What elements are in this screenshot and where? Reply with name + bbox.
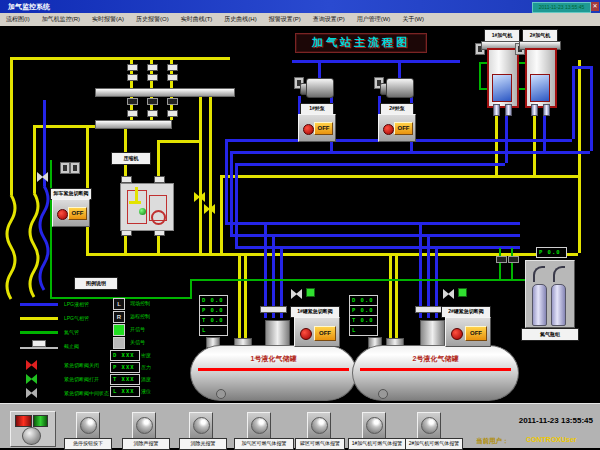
pump-motor — [306, 78, 334, 98]
pipe — [190, 279, 528, 281]
nitrogen-pressure: P 0.0 — [536, 247, 567, 258]
compressor-art — [135, 187, 138, 201]
legend-label: 现场控制 — [130, 300, 150, 306]
legend-local-icon: L — [113, 298, 125, 310]
dispenser-hose-stub — [531, 104, 538, 116]
legend-temperature-box: T XXX — [110, 374, 140, 385]
menu-item-history-alarm[interactable]: 历史报警(O) — [130, 15, 175, 24]
alarm-button-panel: 急停按钮按下 消除声报警 消除光报警 加气区可燃气体报警 罐区可燃气体报警 1#… — [0, 403, 600, 448]
pipe — [264, 222, 267, 318]
valve-icon — [147, 98, 158, 105]
scada-window: 加气监控系统 2011-11-23 13:55:45 ✕ 流程图(I) 加气机监… — [0, 0, 600, 450]
tank2-valve-off-button[interactable]: OFF — [465, 326, 487, 341]
legend-line-liquid — [20, 303, 58, 306]
menu-item-realtime-alarm[interactable]: 实时报警(A) — [86, 15, 130, 24]
flange-icon — [121, 176, 132, 183]
pump2-off-button[interactable]: OFF — [394, 122, 413, 135]
tank1-label: 1号液化气储罐 — [191, 354, 356, 364]
legend-label: 液位 — [141, 388, 151, 394]
unloading-manifold — [95, 120, 172, 129]
pipe — [225, 222, 520, 225]
valve-icon — [37, 172, 48, 182]
legend-level-box: L XXX — [110, 386, 140, 397]
legend-label: 紧急切断阀中间状态 — [64, 390, 109, 396]
valve-icon — [167, 74, 178, 81]
nitrogen-label: 氮气瓶组 — [521, 328, 579, 341]
pump-status-light — [303, 124, 314, 135]
button-knob — [421, 417, 438, 434]
pipe — [479, 62, 487, 64]
legend-valve-closed-icon — [26, 360, 37, 370]
pipe — [479, 88, 487, 90]
dispenser-hose-stub — [505, 104, 512, 116]
alarm-button-label: 罐区可燃气体报警 — [295, 438, 345, 450]
valve-icon — [147, 74, 158, 81]
dispenser-hose-stub — [493, 104, 500, 116]
pipe — [235, 246, 520, 249]
tank2-label: 2号液化气储罐 — [353, 354, 518, 364]
legend-label: 密度 — [141, 352, 151, 358]
pipe — [190, 279, 192, 299]
legend-pressure-box: P XXX — [110, 362, 140, 373]
pump1-off-button[interactable]: OFF — [314, 122, 333, 135]
alarm-button-mute-sound[interactable] — [132, 412, 156, 440]
pipe — [157, 140, 202, 143]
tank-level-line — [198, 368, 349, 371]
valve-status-light — [300, 328, 312, 340]
legend-label: 截止阀 — [64, 343, 79, 349]
pipe — [398, 60, 401, 78]
menu-item-user-management[interactable]: 用户管理(W) — [351, 15, 397, 24]
alarm-button-filling-area-gas[interactable] — [247, 412, 271, 440]
unloading-valve-off-button[interactable]: OFF — [68, 207, 87, 220]
menu-item-alarm-settings[interactable]: 报警设置(P) — [263, 15, 307, 24]
menu-item-history-trend[interactable]: 历史曲线(H) — [218, 15, 262, 24]
master-control-panel — [10, 411, 56, 447]
title-bar: 加气监控系统 2011-11-23 13:55:45 ✕ — [0, 0, 600, 13]
alarm-button-dispenser1-gas[interactable] — [362, 412, 386, 440]
tank-manway — [265, 320, 290, 348]
alarm-button-mute-light[interactable] — [189, 412, 213, 440]
valve-icon — [194, 192, 205, 202]
pipe — [225, 139, 228, 222]
button-knob — [251, 417, 268, 434]
unloading-valve-panel: OFF — [52, 199, 90, 227]
unloading-manifold — [95, 88, 235, 97]
menu-item-about[interactable]: 关于(W) — [396, 15, 430, 24]
tank1-valve-off-button[interactable]: OFF — [314, 326, 336, 341]
valve-icon — [167, 98, 178, 105]
alarm-button-tank-area-gas[interactable] — [307, 412, 331, 440]
green-lamp — [33, 415, 48, 427]
current-user-label: 当前用户： — [476, 437, 509, 446]
tank-drain — [378, 389, 388, 399]
valve-status-light — [57, 209, 68, 220]
pipe — [318, 60, 321, 78]
menu-item-dispenser-monitor[interactable]: 加气机监控(R) — [36, 15, 86, 24]
legend-density-box: D XXX — [110, 350, 140, 361]
compressor-fan-icon — [151, 210, 166, 225]
legend-stop-valve-icon — [20, 347, 58, 349]
pipe — [199, 95, 202, 253]
menu-item-flowchart[interactable]: 流程图(I) — [0, 15, 36, 24]
status-datetime: 2011-11-23 13:55:45 — [488, 416, 593, 425]
dispenser1-body — [487, 48, 519, 108]
valve-icon — [443, 289, 454, 299]
close-icon[interactable]: ✕ — [591, 2, 599, 11]
pipe — [505, 113, 508, 163]
alarm-button-estop[interactable] — [76, 412, 100, 440]
valve-status-light — [451, 328, 463, 340]
pipe — [578, 60, 581, 253]
button-knob — [80, 417, 97, 434]
legend-valve-open-icon — [26, 374, 37, 384]
alarm-button-dispenser2-gas[interactable] — [417, 412, 441, 440]
master-knob[interactable] — [22, 427, 41, 445]
red-lamp — [15, 415, 32, 427]
valve-icon — [127, 110, 138, 117]
alarm-button-label: 消除光报警 — [179, 438, 227, 450]
flange-icon — [415, 306, 442, 313]
menu-item-query-settings[interactable]: 查询设置(P) — [307, 15, 351, 24]
alarm-button-label: 消除声报警 — [122, 438, 170, 450]
pipe — [419, 222, 422, 318]
legend-label: LPG液相管 — [64, 301, 89, 307]
tank2-level: L 0.00 — [349, 325, 378, 336]
menu-item-realtime-trend[interactable]: 实时曲线(T) — [175, 15, 219, 24]
